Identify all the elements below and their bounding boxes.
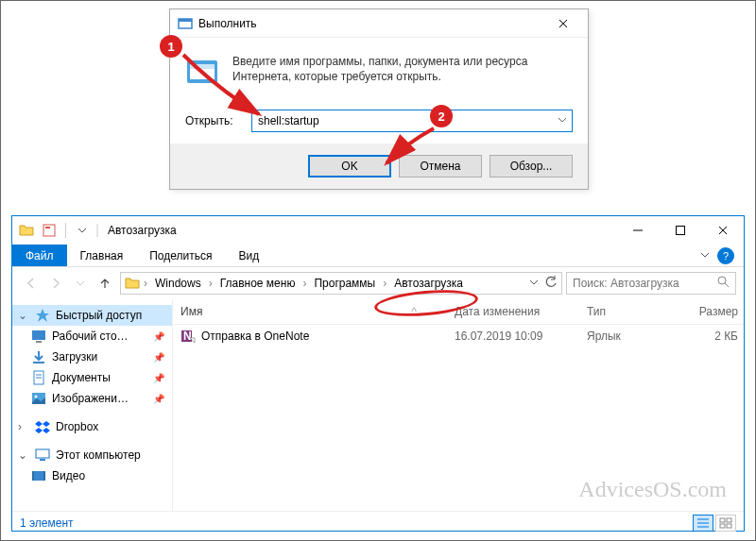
run-description: Введите имя программы, папки, документа …	[232, 55, 573, 89]
file-type: Ярлык	[587, 330, 681, 343]
svg-rect-24	[43, 471, 45, 481]
file-row[interactable]: N Отправка в OneNote 16.07.2019 10:09 Яр…	[173, 325, 744, 347]
qat-chevron-icon[interactable]	[72, 220, 93, 241]
sidebar-item-label: Dropbox	[56, 420, 98, 433]
pin-icon: 📌	[153, 352, 164, 363]
folder-icon	[125, 276, 140, 291]
ribbon-expand-icon[interactable]	[700, 249, 710, 262]
sidebar-downloads[interactable]: Загрузки 📌	[12, 347, 172, 367]
sidebar-item-label: Загрузки	[52, 350, 97, 363]
sort-asc-icon: ^	[411, 305, 417, 318]
svg-rect-6	[45, 227, 50, 228]
view-details-button[interactable]	[693, 515, 713, 532]
callout-1: 1	[160, 35, 182, 58]
breadcrumb-item[interactable]: Windows	[151, 273, 205, 294]
svg-rect-5	[43, 225, 55, 236]
breadcrumb-item[interactable]: Программы	[310, 273, 379, 294]
address-bar[interactable]: › Windows › Главное меню › Программы › А…	[120, 272, 562, 295]
svg-point-19	[35, 396, 38, 398]
desktop-icon	[31, 329, 46, 344]
svg-rect-33	[727, 524, 731, 528]
view-icons-button[interactable]	[715, 515, 736, 532]
sidebar-item-label: Видео	[52, 469, 85, 482]
pin-icon: 📌	[153, 394, 164, 404]
downloads-icon	[31, 349, 46, 364]
svg-rect-12	[32, 330, 45, 340]
sidebar-desktop[interactable]: Рабочий сто… 📌	[12, 326, 172, 347]
chevron-down-icon[interactable]	[529, 277, 539, 290]
chevron-right-icon[interactable]: ›	[381, 277, 388, 290]
sidebar-item-label: Рабочий сто…	[52, 330, 129, 343]
ribbon-tab-share[interactable]: Поделиться	[136, 245, 225, 266]
pin-icon: 📌	[153, 331, 164, 342]
ribbon-tab-view[interactable]: Вид	[225, 245, 272, 266]
ribbon-tab-file[interactable]: Файл	[12, 245, 67, 266]
sidebar-item-label: Документы	[52, 371, 111, 384]
close-button[interactable]	[701, 217, 744, 245]
pictures-icon	[31, 391, 46, 406]
chevron-right-icon[interactable]: ›	[301, 277, 308, 290]
explorer-title: Автозагрузка	[108, 224, 177, 237]
run-titlebar[interactable]: Выполнить	[170, 9, 588, 38]
explorer-titlebar[interactable]: Автозагрузка	[12, 216, 744, 245]
maximize-button[interactable]	[659, 217, 701, 245]
sidebar-item-label: Этот компьютер	[56, 448, 141, 462]
file-list: Имя^ Дата изменения Тип Размер N Отправк…	[173, 299, 744, 511]
arrow-1	[179, 50, 273, 126]
file-name: Отправка в OneNote	[201, 330, 309, 343]
column-name[interactable]: Имя^	[180, 305, 455, 318]
ribbon: Файл Главная Поделиться Вид ?	[12, 245, 744, 267]
sidebar-item-label: Быстрый доступ	[56, 309, 142, 322]
svg-rect-23	[32, 471, 34, 481]
computer-icon	[35, 448, 50, 463]
arrow-2	[379, 124, 445, 171]
search-input[interactable]	[573, 277, 717, 290]
browse-button[interactable]: Обзор...	[490, 155, 573, 178]
nav-back-button[interactable]	[20, 272, 43, 295]
chevron-right-icon[interactable]: ›	[207, 277, 215, 290]
search-box[interactable]	[566, 272, 736, 295]
folder-icon	[16, 220, 37, 241]
chevron-down-icon[interactable]: ⌄	[18, 448, 27, 462]
sidebar-pictures[interactable]: Изображени… 📌	[12, 388, 172, 409]
svg-rect-13	[36, 341, 42, 343]
svg-rect-20	[36, 449, 49, 458]
help-icon[interactable]: ?	[717, 247, 734, 264]
onenote-shortcut-icon: N	[180, 329, 196, 344]
column-date[interactable]: Дата изменения	[455, 305, 587, 318]
svg-rect-9	[676, 227, 684, 235]
navigation-pane: ⌄ Быстрый доступ Рабочий сто… 📌 Загрузки…	[12, 299, 173, 511]
file-date: 16.07.2019 10:09	[455, 330, 587, 343]
search-icon[interactable]	[717, 276, 730, 291]
run-title-icon	[178, 16, 193, 31]
column-headers[interactable]: Имя^ Дата изменения Тип Размер	[173, 299, 744, 325]
breadcrumb-item[interactable]: Автозагрузка	[390, 273, 467, 294]
refresh-icon[interactable]	[544, 276, 558, 292]
qat-properties-icon[interactable]	[39, 220, 60, 241]
chevron-down-icon[interactable]: ⌄	[18, 309, 27, 322]
sidebar-quick-access[interactable]: ⌄ Быстрый доступ	[12, 305, 172, 326]
status-text: 1 элемент	[20, 516, 74, 530]
svg-point-10	[718, 277, 726, 284]
star-icon	[35, 308, 50, 323]
column-type[interactable]: Тип	[587, 305, 681, 318]
close-button[interactable]	[541, 10, 584, 37]
minimize-button[interactable]	[616, 217, 659, 245]
chevron-right-icon[interactable]: ›	[18, 420, 27, 433]
nav-forward-button[interactable]	[44, 272, 67, 295]
svg-line-11	[725, 283, 729, 287]
breadcrumb-item[interactable]: Главное меню	[216, 273, 300, 294]
sidebar-dropbox[interactable]: › Dropbox	[12, 416, 172, 437]
sidebar-documents[interactable]: Документы 📌	[12, 367, 172, 388]
chevron-right-icon[interactable]: ›	[142, 277, 149, 290]
sidebar-videos[interactable]: Видео	[12, 465, 172, 486]
nav-recent-button[interactable]	[69, 272, 92, 295]
ribbon-tab-home[interactable]: Главная	[67, 245, 137, 266]
svg-text:N: N	[183, 330, 192, 343]
address-bar-row: › Windows › Главное меню › Программы › А…	[12, 267, 744, 299]
svg-rect-32	[720, 524, 725, 528]
sidebar-item-label: Изображени…	[52, 392, 129, 405]
column-size[interactable]: Размер	[681, 305, 738, 318]
sidebar-this-pc[interactable]: ⌄ Этот компьютер	[12, 445, 172, 465]
nav-up-button[interactable]	[94, 272, 116, 295]
